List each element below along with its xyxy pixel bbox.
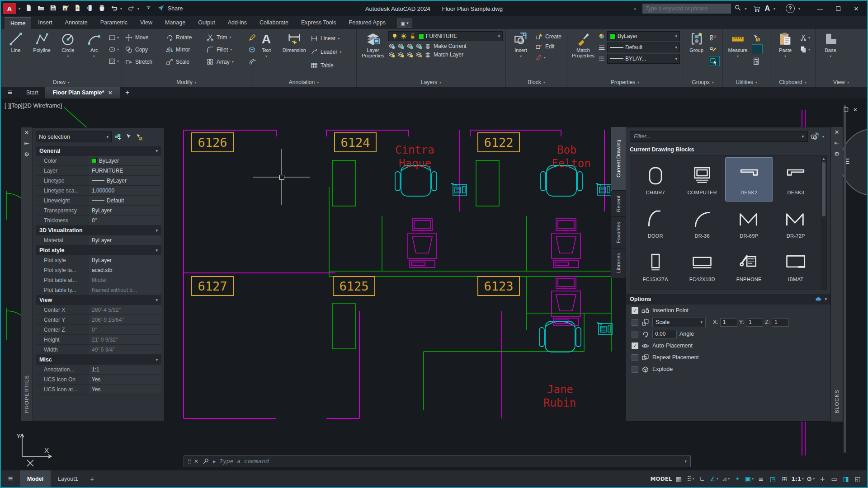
section-header-misc[interactable]: Misc▾ (36, 355, 161, 365)
section-header-view[interactable]: View▾ (36, 295, 161, 305)
group-button[interactable]: Group (686, 31, 707, 78)
layer-thaw-all-icon[interactable] (397, 51, 405, 58)
ribbon-tab-annotate[interactable]: Annotate (59, 17, 94, 29)
doc-restore-icon[interactable]: ❐ (844, 107, 849, 113)
customize-qat-button[interactable] (142, 3, 154, 14)
ribbon-tab-add-ins[interactable]: Add-ins (222, 17, 253, 29)
property-row-transparency[interactable]: TransparencyByLayer (36, 206, 161, 216)
selection-cycling-icon[interactable]: ◳ (767, 473, 778, 485)
open-from-mobile-button[interactable] (84, 3, 95, 14)
properties-panel-label[interactable]: Properties▾ (567, 78, 683, 87)
blocks-scrollbar[interactable]: ▲ (821, 156, 826, 290)
properties-settings-icon[interactable]: ⚙ (24, 151, 29, 158)
ungroup-button[interactable] (709, 33, 720, 42)
property-row-color[interactable]: ColorByLayer (36, 156, 161, 166)
property-value[interactable]: 0" (89, 216, 161, 225)
command-line[interactable]: ⣿ ✕ ▸ Type a command ▾ (184, 455, 691, 467)
grid-display-icon[interactable]: ▦ (673, 473, 684, 485)
line-button[interactable]: Line (4, 31, 28, 78)
view-panel-label[interactable]: View▾ (816, 78, 867, 87)
make-current-button[interactable]: Make Current (434, 43, 467, 49)
arc-button[interactable]: Arc▾ (82, 31, 106, 78)
hatch-button[interactable]: ▾ (108, 56, 119, 66)
doc-minimize-icon[interactable]: — (834, 107, 839, 113)
property-row-ucs-icon-at-[interactable]: UCS icon at...Yes (36, 385, 161, 394)
block-panel-label[interactable]: Block▾ (506, 78, 567, 87)
properties-close-icon[interactable]: ✕ (24, 129, 29, 136)
stretch-button[interactable]: Stretch (125, 56, 165, 68)
cut-button[interactable]: ▾ (799, 33, 810, 42)
match-properties-button[interactable]: Match Properties (570, 31, 596, 78)
property-row-center-x[interactable]: Center X260'-4 5/32" (36, 305, 161, 315)
ribbon-tab-manage[interactable]: Manage (159, 17, 191, 29)
section-collapse-icon[interactable]: ▾ (156, 357, 158, 362)
file-tabs-menu-icon[interactable]: ≡ (1, 87, 19, 99)
section-collapse-icon[interactable]: ▾ (156, 298, 158, 302)
search-icon[interactable] (735, 5, 741, 13)
layer-properties-button[interactable]: Layer Properties (359, 31, 387, 78)
new-file-button[interactable] (23, 3, 34, 14)
block-tile-fc42x18d[interactable]: FC42X18D (679, 244, 726, 288)
app-menu-caret-icon[interactable]: ▼ (18, 7, 22, 11)
select-objects-icon[interactable] (124, 133, 132, 141)
save-button[interactable] (47, 3, 59, 14)
isolate-objects-icon[interactable]: ◨ (840, 473, 852, 485)
property-value[interactable]: 0" (89, 325, 161, 334)
property-value[interactable]: Yes (89, 375, 161, 384)
options-collapse-icon[interactable]: ▾ (825, 297, 827, 301)
ribbon-tab-home[interactable]: Home (5, 17, 31, 29)
match-layer-button[interactable]: Match Layer (434, 52, 463, 58)
property-value[interactable]: 260'-4 5/32" (89, 305, 161, 314)
block-tile-fnphone[interactable]: FNPHONE (726, 244, 773, 288)
polar-tracking-icon[interactable]: ∠▾ (708, 473, 720, 485)
ribbon-tab-output[interactable]: Output (192, 17, 221, 29)
scale-input-y-[interactable]: 1 (746, 318, 763, 327)
block-tile-dr-69p[interactable]: DR-69P (726, 201, 773, 244)
lineweight-display-icon[interactable]: ≡ (755, 473, 767, 485)
leader-button[interactable]: Leader▾ (310, 46, 341, 58)
create-block-button[interactable]: Create (535, 33, 561, 41)
modify-panel-label[interactable]: Modify▾ (122, 78, 251, 87)
properties-palette-titlebar[interactable]: ✕ ⇤ ⚙ PROPERTIES (21, 127, 33, 421)
isodraft-icon[interactable]: ⊿▾ (720, 473, 731, 485)
layout1-tab[interactable]: Layout1 (51, 470, 85, 487)
search-history-caret-icon[interactable]: ▸ (634, 7, 639, 11)
rotate-button[interactable]: Rotate (165, 31, 205, 43)
block-tile-chair7[interactable]: CHAIR7 (632, 158, 679, 201)
ellipse-button[interactable]: ▾ (108, 44, 119, 54)
dimension-button[interactable]: Dimension (280, 31, 308, 78)
blocks-tab-recent[interactable]: Recent (611, 191, 626, 216)
block-tile-door[interactable]: DOOR (632, 201, 679, 244)
ribbon-tab-insert[interactable]: Insert (32, 17, 58, 29)
block-tile-computer[interactable]: COMPUTER (679, 158, 726, 201)
blocks-filter-input[interactable]: Filter...▾ (630, 131, 808, 142)
annotation-panel-label[interactable]: Annotation▾ (251, 78, 356, 87)
base-view-button[interactable]: Base▾ (818, 31, 843, 78)
layer-on-all-icon[interactable] (406, 51, 414, 58)
blocks-palette-titlebar[interactable]: ✕ ⇤ ⚙ BLOCKS (831, 127, 843, 422)
drawing-area[interactable]: [-][Top][2D Wireframe] — ❐ ✕ E (1, 99, 867, 470)
command-line-close-icon[interactable]: ✕ (194, 458, 198, 465)
linetype-dropdown[interactable]: BYLAY...▾ (607, 54, 680, 64)
clean-screen-icon[interactable]: ◱ (852, 473, 863, 485)
blocks-close-icon[interactable]: ✕ (835, 129, 840, 136)
property-row-plot-table-ty-[interactable]: Plot table ty...Named without tr... (36, 285, 161, 295)
layer-dropdown[interactable]: FURNITURE ▾ (388, 31, 503, 41)
viewport-controls-label[interactable]: [-][Top][2D Wireframe] (5, 102, 62, 109)
mirror-button[interactable]: Mirror (165, 43, 205, 56)
copy-clip-button[interactable]: ▾ (799, 44, 810, 54)
blocks-tab-current-drawing[interactable]: Current Drawing (611, 127, 626, 190)
model-space-button[interactable]: MODEL (650, 473, 673, 485)
trim-button[interactable]: Trim▾ (206, 31, 246, 43)
scale-input-x-[interactable]: 1 (720, 318, 737, 327)
new-drawing-tab-button[interactable]: + (120, 87, 135, 99)
new-layout-button[interactable]: + (85, 470, 99, 487)
block-tile-dr-36[interactable]: DR-36 (679, 201, 726, 244)
explode-checkbox[interactable] (632, 366, 638, 373)
selection-dropdown[interactable]: No selection▾ (36, 131, 112, 142)
rectangle-button[interactable]: ▾ (108, 33, 119, 42)
property-value[interactable]: ByLayer (89, 206, 161, 215)
section-header-3d-visualization[interactable]: 3D Visualization▾ (36, 225, 161, 235)
layer-freeze-icon[interactable] (406, 42, 414, 50)
ribbon-tab-express-tools[interactable]: Express Tools (295, 17, 342, 29)
